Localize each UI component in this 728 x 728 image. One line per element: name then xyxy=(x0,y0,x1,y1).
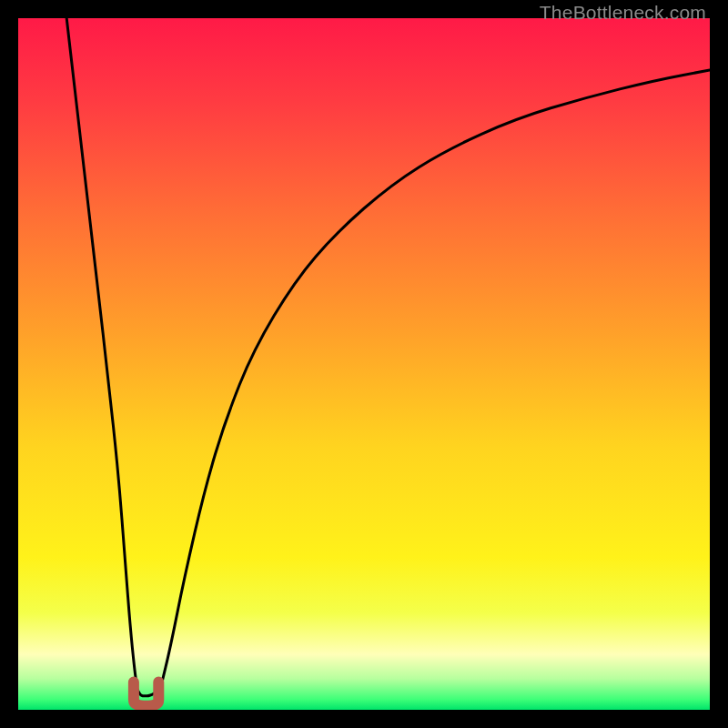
gradient-background xyxy=(18,18,710,710)
chart-frame xyxy=(18,18,710,710)
watermark-text: TheBottleneck.com xyxy=(540,2,706,24)
bottleneck-chart xyxy=(18,18,710,710)
